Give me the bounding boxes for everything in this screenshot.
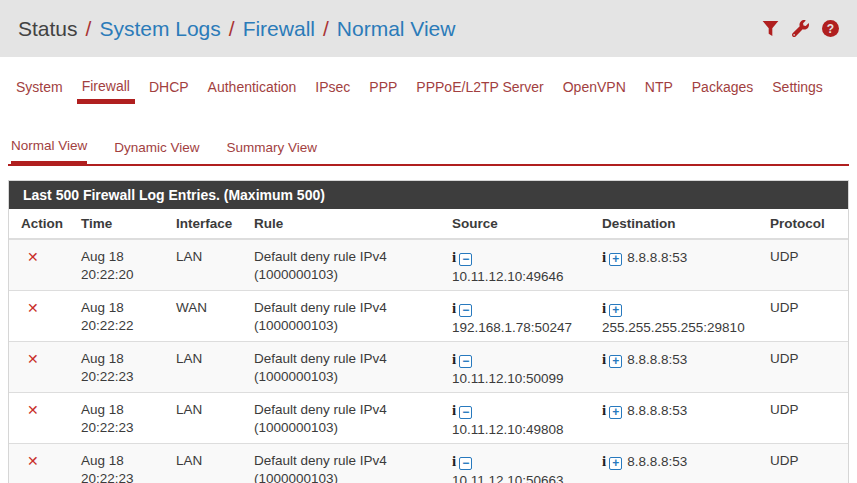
protocol-cell: UDP (762, 239, 848, 291)
destination-address: 255.255.255.255:29810 (602, 320, 745, 335)
table-row: ✕Aug 18 20:22:23LANDefault deny rule IPv… (9, 444, 848, 483)
easyrule-pass-icon[interactable]: + (609, 253, 622, 266)
subtab-dynamic-view[interactable]: Dynamic View (114, 140, 199, 166)
breadcrumb-items: Status/System Logs/Firewall/Normal View (18, 17, 455, 41)
destination-cell: i+255.255.255.255:29810 (594, 291, 762, 342)
rule-text: Default deny rule IPv4 (1000000103) (254, 350, 436, 385)
block-action-icon[interactable]: ✕ (27, 402, 39, 418)
interface-cell: WAN (168, 291, 246, 342)
source-cell: i−10.11.12.10:49646 (444, 239, 594, 291)
time-cell: Aug 18 20:22:23 (73, 393, 168, 444)
easyrule-block-icon[interactable]: − (459, 253, 472, 266)
source-address: 10.11.12.10:50663 (452, 473, 564, 483)
tab-packages[interactable]: Packages (692, 79, 753, 104)
info-icon[interactable]: i (602, 351, 606, 367)
easyrule-block-icon[interactable]: − (459, 457, 472, 470)
action-cell: ✕ (9, 342, 73, 393)
source-cell: i−10.11.12.10:49808 (444, 393, 594, 444)
interface-cell: LAN (168, 444, 246, 483)
breadcrumb: Status/System Logs/Firewall/Normal View … (0, 0, 857, 57)
source-cell: i−10.11.12.10:50663 (444, 444, 594, 483)
column-header-action: Action (9, 209, 73, 239)
interface-cell: LAN (168, 342, 246, 393)
help-icon[interactable]: ? (822, 20, 839, 37)
block-action-icon[interactable]: ✕ (27, 453, 39, 469)
source-address: 192.168.1.78:50247 (452, 320, 572, 335)
block-action-icon[interactable]: ✕ (27, 249, 39, 265)
rule-text: Default deny rule IPv4 (1000000103) (254, 299, 436, 334)
tab-pppoe-l2tp-server[interactable]: PPPoE/L2TP Server (416, 79, 543, 104)
tab-openvpn[interactable]: OpenVPN (563, 79, 626, 104)
protocol-cell: UDP (762, 393, 848, 444)
easyrule-pass-icon[interactable]: + (609, 355, 622, 368)
easyrule-pass-icon[interactable]: + (609, 457, 622, 470)
breadcrumb-separator: / (323, 17, 329, 40)
destination-cell: i+8.8.8.8:53 (594, 393, 762, 444)
time-cell: Aug 18 20:22:20 (73, 239, 168, 291)
tab-ppp[interactable]: PPP (369, 79, 397, 104)
breadcrumb-separator: / (86, 17, 92, 40)
tab-dhcp[interactable]: DHCP (149, 79, 189, 104)
subtab-summary-view[interactable]: Summary View (227, 140, 318, 166)
firewall-log-panel: Last 500 Firewall Log Entries. (Maximum … (8, 180, 849, 483)
breadcrumb-separator: / (229, 17, 235, 40)
destination-address: 8.8.8.8:53 (627, 250, 687, 265)
time-cell: Aug 18 20:22:23 (73, 342, 168, 393)
interface-cell: LAN (168, 393, 246, 444)
info-icon[interactable]: i (452, 351, 456, 367)
destination-cell: i+8.8.8.8:53 (594, 239, 762, 291)
tab-firewall[interactable]: Firewall (77, 78, 135, 104)
source-address: 10.11.12.10:49646 (452, 269, 564, 284)
info-icon[interactable]: i (452, 300, 456, 316)
tab-authentication[interactable]: Authentication (208, 79, 297, 104)
panel-title: Last 500 Firewall Log Entries. (Maximum … (9, 181, 848, 209)
table-row: ✕Aug 18 20:22:22WANDefault deny rule IPv… (9, 291, 848, 342)
easyrule-block-icon[interactable]: − (459, 355, 472, 368)
info-icon[interactable]: i (602, 249, 606, 265)
info-icon[interactable]: i (452, 249, 456, 265)
sub-tabs: Normal ViewDynamic ViewSummary View (8, 138, 849, 166)
source-address: 10.11.12.10:49808 (452, 422, 564, 437)
interface-cell: LAN (168, 239, 246, 291)
column-header-source: Source (444, 209, 594, 239)
table-row: ✕Aug 18 20:22:23LANDefault deny rule IPv… (9, 393, 848, 444)
breadcrumb-item-normal-view[interactable]: Normal View (337, 17, 456, 40)
source-cell: i−10.11.12.10:50099 (444, 342, 594, 393)
column-header-rule: Rule (246, 209, 444, 239)
rule-cell: Default deny rule IPv4 (1000000103) (246, 239, 444, 291)
tab-settings[interactable]: Settings (772, 79, 823, 104)
info-icon[interactable]: i (452, 402, 456, 418)
block-action-icon[interactable]: ✕ (27, 351, 39, 367)
action-cell: ✕ (9, 393, 73, 444)
tab-ipsec[interactable]: IPsec (315, 79, 350, 104)
info-icon[interactable]: i (602, 300, 606, 316)
rule-text: Default deny rule IPv4 (1000000103) (254, 452, 436, 483)
column-header-interface: Interface (168, 209, 246, 239)
easyrule-pass-icon[interactable]: + (609, 304, 622, 317)
source-cell: i−192.168.1.78:50247 (444, 291, 594, 342)
info-icon[interactable]: i (602, 402, 606, 418)
easyrule-block-icon[interactable]: − (459, 304, 472, 317)
wrench-icon[interactable] (792, 20, 809, 37)
block-action-icon[interactable]: ✕ (27, 300, 39, 316)
rule-cell: Default deny rule IPv4 (1000000103) (246, 342, 444, 393)
subtab-normal-view[interactable]: Normal View (11, 138, 87, 166)
destination-address: 8.8.8.8:53 (627, 352, 687, 367)
breadcrumb-item-system-logs[interactable]: System Logs (99, 17, 220, 40)
time-cell: Aug 18 20:22:22 (73, 291, 168, 342)
easyrule-pass-icon[interactable]: + (609, 406, 622, 419)
column-header-destination: Destination (594, 209, 762, 239)
easyrule-block-icon[interactable]: − (459, 406, 472, 419)
table-row: ✕Aug 18 20:22:20LANDefault deny rule IPv… (9, 239, 848, 291)
protocol-cell: UDP (762, 342, 848, 393)
breadcrumb-item-firewall[interactable]: Firewall (243, 17, 315, 40)
tab-system[interactable]: System (16, 79, 63, 104)
source-address: 10.11.12.10:50099 (452, 371, 564, 386)
breadcrumb-item-status: Status (18, 17, 78, 40)
info-icon[interactable]: i (452, 453, 456, 469)
header-icons: ? (762, 20, 839, 37)
filter-icon[interactable] (762, 20, 779, 37)
info-icon[interactable]: i (602, 453, 606, 469)
tab-ntp[interactable]: NTP (645, 79, 673, 104)
protocol-cell: UDP (762, 444, 848, 483)
